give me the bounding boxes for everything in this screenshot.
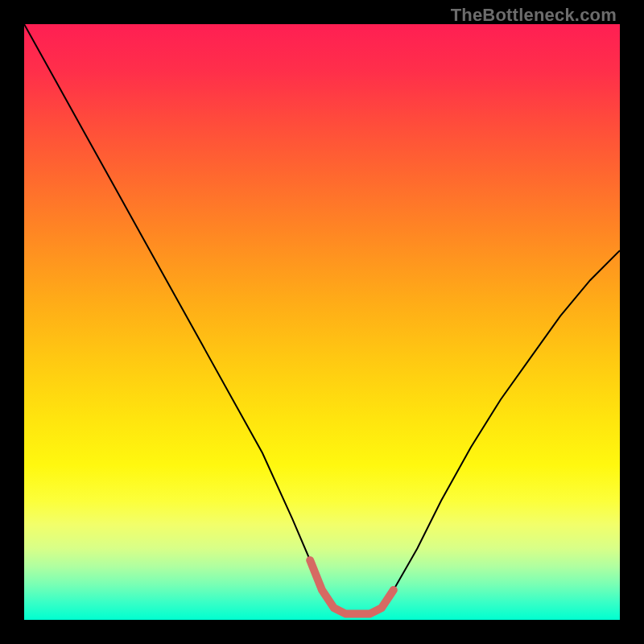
watermark-text: TheBottleneck.com xyxy=(451,5,617,26)
highlight-segment xyxy=(310,560,394,614)
chart-frame: TheBottleneck.com xyxy=(0,0,644,644)
chart-svg xyxy=(24,24,620,620)
plot-area xyxy=(24,24,620,620)
bottleneck-curve xyxy=(24,24,620,614)
